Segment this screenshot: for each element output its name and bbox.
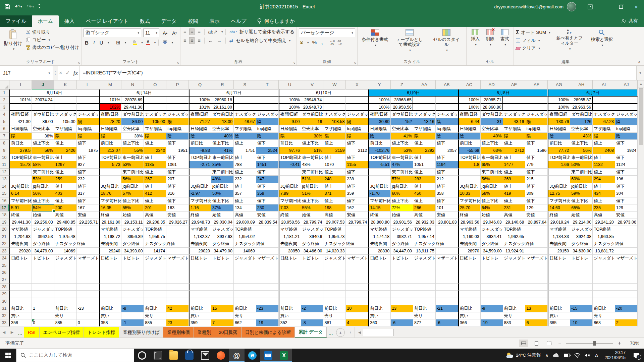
cell[interactable] [77, 284, 99, 291]
column-header-U[interactable]: U [279, 80, 301, 90]
cut-button[interactable]: 切り取り [26, 29, 79, 35]
cell[interactable]: 5.91 [9, 204, 32, 212]
cell[interactable]: 始値 [570, 212, 593, 219]
cell[interactable]: 値下 [525, 197, 548, 204]
cell[interactable]: JQ前日比 [368, 183, 391, 190]
cell[interactable] [121, 262, 144, 269]
cell[interactable]: 4 [346, 319, 368, 326]
cell[interactable]: 値上 [593, 140, 615, 147]
cell[interactable]: -13.16 [413, 118, 436, 125]
cell[interactable] [256, 284, 279, 291]
cell[interactable]: 2057 [436, 147, 458, 154]
cell[interactable]: 213.07 [99, 147, 122, 154]
cell[interactable]: 陰 [166, 133, 189, 140]
cell[interactable]: 陰 [436, 118, 458, 125]
cell[interactable] [9, 176, 32, 183]
cell[interactable]: 値上 [234, 197, 256, 204]
taskbar-app-outlook[interactable] [260, 349, 276, 362]
column-header-AB[interactable]: AB [436, 80, 458, 90]
cell[interactable]: 1,975.48 [54, 233, 77, 240]
cell[interactable]: 28,860.80 [368, 219, 391, 226]
cell[interactable] [99, 284, 122, 291]
column-header-AJ[interactable]: AJ [615, 80, 638, 90]
cell[interactable]: 値下 [436, 140, 458, 147]
cell[interactable] [256, 226, 279, 233]
cell[interactable] [279, 276, 301, 283]
cell[interactable]: 29,208.35 [144, 219, 166, 226]
cell[interactable]: 48% [301, 161, 324, 168]
cell[interactable]: 前日比 [368, 305, 391, 312]
cell[interactable]: 値上 [413, 140, 436, 147]
cell[interactable]: 779 [525, 161, 548, 168]
cell[interactable]: 前日比 [279, 305, 301, 312]
cell[interactable]: 317 [77, 190, 99, 197]
cell[interactable]: 日経トレ [9, 255, 32, 262]
cell[interactable]: 86.00 [32, 118, 54, 125]
cell[interactable]: 1,956.73 [323, 233, 346, 240]
cell[interactable]: 5.73 [99, 161, 122, 168]
cell[interactable]: 高値 [503, 212, 526, 219]
cell[interactable]: 日経陽陰 [99, 125, 122, 132]
cell[interactable]: ナスダック [593, 111, 615, 118]
cell[interactable]: 1132 [593, 161, 615, 168]
cell[interactable] [503, 97, 526, 104]
cell[interactable]: ダウ終値 [481, 240, 503, 247]
row-header-17[interactable]: 17 [0, 204, 9, 212]
cell[interactable]: ナスダック [54, 111, 77, 118]
cell[interactable]: 陽 [525, 133, 548, 140]
fill-color-icon[interactable] [132, 40, 138, 45]
ribbon-tab-8[interactable]: ヘルプ [225, 15, 252, 27]
cell[interactable] [279, 176, 301, 183]
cell[interactable]: 値下 [525, 154, 548, 161]
cell[interactable]: 198 [323, 204, 346, 212]
cell[interactable]: ナスダック [413, 111, 436, 118]
cell[interactable] [368, 276, 391, 283]
notification-center-icon[interactable]: 1 [632, 351, 641, 360]
cell[interactable]: 29150 [548, 248, 570, 255]
cell[interactable]: 881 [323, 319, 346, 326]
cell[interactable] [481, 298, 503, 305]
cell[interactable]: 終値 [279, 212, 301, 219]
tell-me-box[interactable]: 何をしますか [257, 15, 295, 27]
cell[interactable]: 1,960.85 [593, 233, 615, 240]
cell[interactable]: ジャスダック [436, 111, 458, 118]
cell[interactable]: ダウ前日比 [481, 111, 503, 118]
cell[interactable]: 値上下比 [211, 140, 234, 147]
cell[interactable]: 陽 [77, 133, 99, 140]
cell[interactable] [32, 298, 54, 305]
cell[interactable]: 先物夜間 [99, 240, 122, 247]
enter-icon[interactable]: ✓ [65, 70, 70, 76]
cell[interactable]: マザーズト [436, 255, 458, 262]
cell[interactable]: 1924 [615, 147, 638, 154]
sheet-tab-5[interactable]: 業種別 [194, 327, 215, 338]
date-cell-0[interactable]: 6月14日 [9, 89, 99, 97]
cell[interactable]: 値上下比 [301, 140, 324, 147]
format-cells-button[interactable]: 書式▾ [498, 28, 512, 59]
cell[interactable]: ジャスダッ [32, 226, 54, 233]
sheet-tab-7[interactable]: 日別と株価による診断 [241, 327, 295, 338]
cell[interactable]: 2340 [144, 147, 166, 154]
cell[interactable] [32, 262, 54, 269]
column-header-X[interactable]: X [346, 80, 368, 90]
cell[interactable]: 値下 [256, 197, 279, 204]
row-header-23[interactable]: 23 [0, 248, 9, 255]
cell[interactable] [9, 276, 32, 283]
cell[interactable] [99, 291, 122, 298]
cell[interactable]: 28,948.73 [189, 219, 211, 226]
cell[interactable]: 値上 [144, 183, 166, 190]
cell[interactable] [121, 312, 144, 319]
cell[interactable] [503, 284, 526, 291]
cell[interactable]: 55% [301, 204, 324, 212]
cell[interactable]: ジャスダッ [391, 226, 413, 233]
cell[interactable]: マザーズト [77, 255, 99, 262]
cell[interactable]: 100% [458, 104, 481, 111]
cell[interactable] [189, 262, 211, 269]
cell[interactable]: 34,447.00 [391, 248, 413, 255]
cell[interactable]: -421.30 [9, 118, 32, 125]
cell[interactable]: 65% [570, 204, 593, 212]
cell[interactable]: 15 [211, 305, 234, 312]
ribbon-tab-7[interactable]: 表示 [204, 15, 225, 27]
cell[interactable]: 値上下比 [32, 140, 54, 147]
cell[interactable]: 売り [323, 312, 346, 319]
scroll-left-icon[interactable]: ◀ [356, 330, 363, 334]
